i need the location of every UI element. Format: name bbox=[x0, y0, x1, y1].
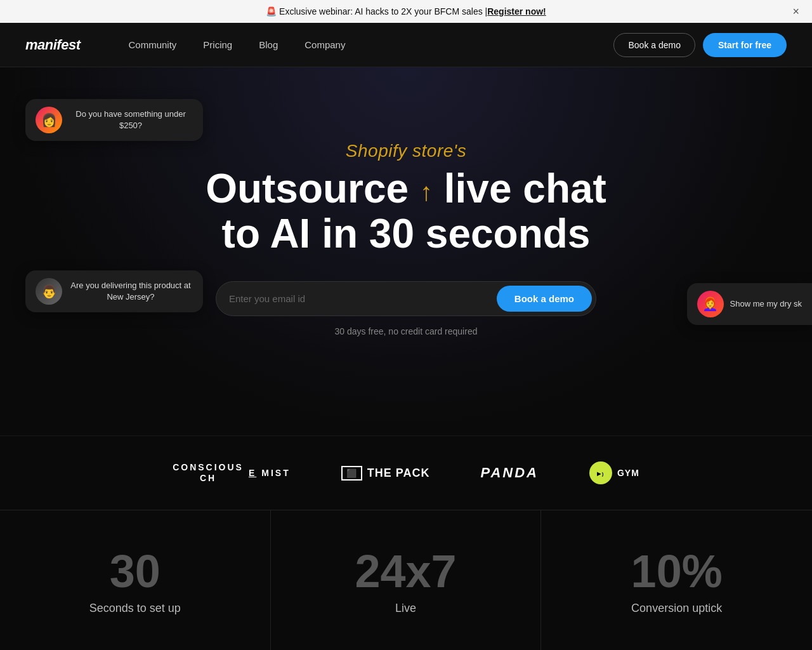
navbar-logo[interactable]: manifest bbox=[25, 37, 80, 53]
email-form: Book a demo bbox=[216, 281, 596, 316]
chat-bubble-top-left: 👩 Do you have something under $250? bbox=[25, 99, 203, 141]
stat-label-conversion: Conversion uptick bbox=[566, 602, 787, 615]
logos-section: CONSCIOUSCHEMIST ⬛ THE PACK PANDA ▶) GYM bbox=[0, 435, 812, 510]
stat-number-seconds: 30 bbox=[25, 548, 245, 594]
logo-gym: ▶) GYM bbox=[589, 461, 639, 484]
logo-panda: PANDA bbox=[480, 465, 539, 481]
stat-label-live: Live bbox=[296, 602, 516, 615]
hero-title-line2: to AI in 30 seconds bbox=[222, 211, 591, 256]
stat-number-conversion: 10% bbox=[566, 548, 787, 594]
stat-live: 24x7 Live bbox=[271, 510, 542, 650]
email-input[interactable] bbox=[229, 286, 497, 312]
stat-conversion: 10% Conversion uptick bbox=[541, 510, 812, 650]
chat-bubble-text-3: Show me my dry sk bbox=[730, 298, 802, 310]
nav-item-blog[interactable]: Blog bbox=[249, 34, 288, 55]
gym-label: GYM bbox=[617, 468, 639, 478]
chat-avatar-3: 👩‍🦰 bbox=[697, 291, 724, 317]
hero-cta-button[interactable]: Book a demo bbox=[497, 286, 592, 312]
stat-seconds: 30 Seconds to set up bbox=[0, 510, 271, 650]
start-free-button[interactable]: Start for free bbox=[703, 33, 787, 57]
nav-item-pricing[interactable]: Pricing bbox=[193, 34, 242, 55]
svg-text:▶): ▶) bbox=[597, 471, 605, 477]
gym-icon: ▶) bbox=[589, 461, 612, 484]
book-demo-button[interactable]: Book a demo bbox=[613, 33, 695, 57]
hero-note: 30 days free, no credit card required bbox=[335, 326, 478, 336]
announcement-bar: 🚨 Exclusive webinar: AI hacks to 2X your… bbox=[0, 0, 812, 23]
announcement-link[interactable]: Register now! bbox=[487, 6, 546, 17]
hero-title-line1: Outsource ↑ live chat bbox=[206, 166, 606, 211]
hero-section: 👩 Do you have something under $250? 👨 Ar… bbox=[0, 67, 812, 435]
navbar: manifest Community Pricing Blog Company … bbox=[0, 23, 812, 67]
announcement-text: 🚨 Exclusive webinar: AI hacks to 2X your… bbox=[266, 6, 487, 17]
nav-links: Community Pricing Blog Company bbox=[118, 34, 613, 55]
logo-conscious-chemist: CONSCIOUSCHEMIST bbox=[173, 462, 291, 484]
chat-bubble-right: 👩‍🦰 Show me my dry sk bbox=[687, 283, 812, 325]
chat-avatar-2: 👨 bbox=[36, 278, 62, 305]
stat-label-seconds: Seconds to set up bbox=[25, 602, 245, 615]
announcement-close-button[interactable]: × bbox=[792, 5, 799, 18]
nav-item-company[interactable]: Company bbox=[294, 34, 355, 55]
chat-bubble-bottom-left: 👨 Are you delivering this product at New… bbox=[25, 270, 203, 312]
navbar-actions: Book a demo Start for free bbox=[613, 33, 787, 57]
chat-bubble-text-1: Do you have something under $250? bbox=[69, 109, 193, 131]
stat-number-live: 24x7 bbox=[296, 548, 516, 594]
logo-the-pack: ⬛ THE PACK bbox=[341, 466, 430, 481]
chat-avatar-1: 👩 bbox=[36, 107, 62, 133]
nav-item-community[interactable]: Community bbox=[118, 34, 187, 55]
hero-subtitle: Shopify store's bbox=[346, 141, 466, 161]
chat-bubble-text-2: Are you delivering this product at New J… bbox=[69, 280, 193, 303]
hero-title: Outsource ↑ live chat to AI in 30 second… bbox=[206, 166, 606, 256]
stats-section: 30 Seconds to set up 24x7 Live 10% Conve… bbox=[0, 510, 812, 650]
